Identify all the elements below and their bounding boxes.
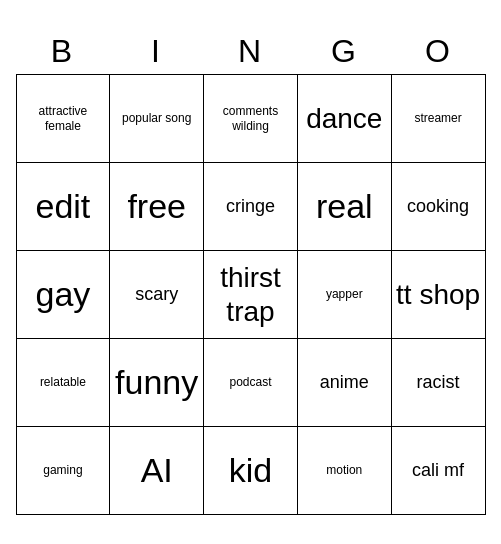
header-letter: O xyxy=(392,29,486,74)
bingo-cell: thirst trap xyxy=(204,251,298,339)
header-letter: B xyxy=(16,29,110,74)
cell-text: edit xyxy=(35,186,90,227)
cell-text: cooking xyxy=(407,196,469,218)
cell-text: relatable xyxy=(40,375,86,389)
bingo-card: BINGO attractive femalepopular songcomme… xyxy=(16,29,486,515)
cell-text: gay xyxy=(35,274,90,315)
bingo-cell: cringe xyxy=(204,163,298,251)
bingo-cell: AI xyxy=(110,427,204,515)
bingo-cell: scary xyxy=(110,251,204,339)
bingo-grid: attractive femalepopular songcomments wi… xyxy=(16,74,486,515)
bingo-cell: streamer xyxy=(392,75,486,163)
bingo-cell: comments wilding xyxy=(204,75,298,163)
bingo-cell: relatable xyxy=(17,339,111,427)
bingo-cell: anime xyxy=(298,339,392,427)
bingo-header: BINGO xyxy=(16,29,486,74)
bingo-cell: popular song xyxy=(110,75,204,163)
cell-text: cali mf xyxy=(412,460,464,482)
bingo-cell: motion xyxy=(298,427,392,515)
cell-text: cringe xyxy=(226,196,275,218)
cell-text: free xyxy=(127,186,186,227)
bingo-cell: cali mf xyxy=(392,427,486,515)
cell-text: streamer xyxy=(414,111,461,125)
cell-text: gaming xyxy=(43,463,82,477)
bingo-cell: tt shop xyxy=(392,251,486,339)
bingo-cell: racist xyxy=(392,339,486,427)
bingo-cell: podcast xyxy=(204,339,298,427)
bingo-cell: real xyxy=(298,163,392,251)
cell-text: podcast xyxy=(229,375,271,389)
cell-text: popular song xyxy=(122,111,191,125)
bingo-cell: attractive female xyxy=(17,75,111,163)
cell-text: funny xyxy=(115,362,198,403)
bingo-cell: gaming xyxy=(17,427,111,515)
bingo-cell: gay xyxy=(17,251,111,339)
cell-text: yapper xyxy=(326,287,363,301)
header-letter: N xyxy=(204,29,298,74)
bingo-cell: yapper xyxy=(298,251,392,339)
cell-text: scary xyxy=(135,284,178,306)
cell-text: racist xyxy=(417,372,460,394)
header-letter: G xyxy=(298,29,392,74)
cell-text: thirst trap xyxy=(208,261,293,328)
bingo-cell: cooking xyxy=(392,163,486,251)
cell-text: dance xyxy=(306,102,382,136)
cell-text: motion xyxy=(326,463,362,477)
bingo-cell: dance xyxy=(298,75,392,163)
cell-text: anime xyxy=(320,372,369,394)
bingo-cell: edit xyxy=(17,163,111,251)
header-letter: I xyxy=(110,29,204,74)
cell-text: attractive female xyxy=(21,104,106,133)
cell-text: AI xyxy=(141,450,173,491)
bingo-cell: kid xyxy=(204,427,298,515)
cell-text: real xyxy=(316,186,373,227)
bingo-cell: free xyxy=(110,163,204,251)
cell-text: kid xyxy=(229,450,272,491)
cell-text: comments wilding xyxy=(208,104,293,133)
cell-text: tt shop xyxy=(396,278,480,312)
bingo-cell: funny xyxy=(110,339,204,427)
